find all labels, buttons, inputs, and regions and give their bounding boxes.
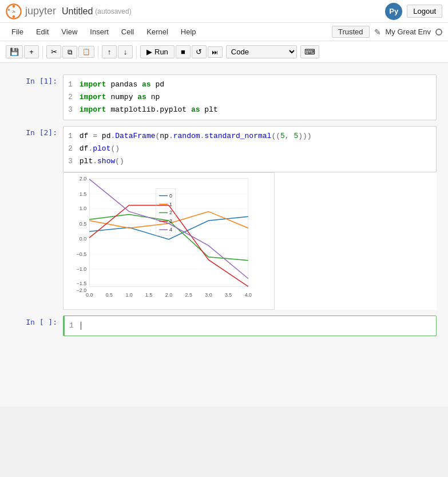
stop-button[interactable]: ■ — [176, 45, 191, 58]
svg-text:4.0: 4.0 — [245, 292, 252, 298]
cell-3-prompt: In [ ]: — [11, 316, 63, 326]
svg-text:1.0: 1.0 — [125, 292, 132, 298]
svg-text:0.0: 0.0 — [86, 292, 93, 298]
cell-2-line-2: 2df.plot() — [68, 143, 431, 155]
svg-text:2: 2 — [169, 210, 172, 215]
cell-type-dropdown[interactable]: Code Markdown Raw NBConvert — [226, 45, 297, 58]
cell-2-input[interactable]: 1df = pd.DataFrame(np.random.standard_no… — [63, 126, 437, 172]
toolbar: 💾 + ✂ ⧉ 📋 ↑ ↓ ▶ Run ■ ↺ ⏭ Code Markdown … — [0, 41, 448, 63]
header: Ju jupyter Untitled (autosaved) Py Logou… — [0, 0, 448, 23]
cell-3: In [ ]: 1 — [11, 316, 437, 336]
svg-point-1 — [13, 5, 15, 7]
cell-1: In [1]: 1import pandas as pd 2import num… — [11, 74, 437, 120]
svg-text:0.0: 0.0 — [80, 236, 86, 242]
svg-text:3.0: 3.0 — [205, 292, 212, 298]
svg-point-3 — [8, 9, 10, 10]
cell-1-line-2: 2import numpy as np — [68, 91, 431, 104]
cell-2-prompt: In [2]: — [11, 126, 63, 137]
menu-cell[interactable]: Cell — [116, 25, 140, 38]
cell-3-input[interactable]: 1 — [63, 316, 437, 336]
run-icon: ▶ — [146, 48, 152, 56]
python-kernel-icon: Py — [385, 3, 402, 20]
kernel-name: My Great Env — [386, 27, 431, 36]
svg-text:3.5: 3.5 — [225, 292, 232, 298]
svg-text:0.5: 0.5 — [80, 221, 86, 227]
text-cursor — [81, 322, 81, 330]
menu-edit[interactable]: Edit — [30, 25, 54, 38]
run-label: Run — [154, 48, 168, 56]
svg-text:2.0: 2.0 — [80, 175, 86, 181]
menu-view[interactable]: View — [55, 25, 83, 38]
restart-button[interactable]: ↺ — [192, 45, 207, 58]
move-down-button[interactable]: ↓ — [118, 45, 133, 58]
restart-run-button[interactable]: ⏭ — [208, 46, 223, 58]
svg-text:2.5: 2.5 — [185, 292, 192, 298]
svg-text:0.5: 0.5 — [106, 292, 113, 298]
cell-1-line-1: 1import pandas as pd — [68, 78, 431, 91]
copy-button[interactable]: ⧉ — [62, 46, 77, 58]
svg-text:2.0: 2.0 — [165, 292, 172, 298]
svg-text:−2.0: −2.0 — [77, 287, 87, 293]
menu-file[interactable]: File — [6, 25, 29, 38]
keyboard-shortcuts-button[interactable]: ⌨ — [300, 45, 319, 58]
logo: Ju jupyter — [6, 3, 56, 19]
cell-3-line-1: 1 — [69, 320, 431, 332]
run-button[interactable]: ▶ Run — [140, 45, 175, 58]
matplotlib-chart: 2.0 1.5 1.0 0.5 0.0 −0.5 −1.0 −1.5 −2.0 … — [63, 172, 275, 310]
chart-output: 2.0 1.5 1.0 0.5 0.0 −0.5 −1.0 −1.5 −2.0 … — [63, 172, 437, 310]
trusted-button[interactable]: Trusted — [332, 26, 370, 38]
kernel-status-icon — [435, 29, 442, 36]
paste-button[interactable]: 📋 — [78, 46, 94, 58]
edit-icon[interactable]: ✎ — [374, 27, 381, 37]
cell-1-prompt: In [1]: — [11, 74, 63, 85]
logout-button[interactable]: Logout — [407, 5, 442, 18]
svg-text:0: 0 — [169, 192, 172, 198]
svg-text:−1.0: −1.0 — [77, 266, 87, 271]
header-right: Py Logout — [385, 3, 442, 20]
menubar: File Edit View Insert Cell Kernel Help T… — [0, 23, 448, 41]
notebook-area: In [1]: 1import pandas as pd 2import num… — [0, 63, 448, 407]
cell-1-line-3: 3import matplotlib.pyplot as plt — [68, 104, 431, 116]
menu-kernel[interactable]: Kernel — [141, 25, 174, 38]
jupyter-logo-icon: Ju — [6, 3, 22, 19]
cell-2: In [2]: 1df = pd.DataFrame(np.random.sta… — [11, 126, 437, 172]
notebook-title[interactable]: Untitled — [62, 6, 93, 17]
svg-text:1: 1 — [169, 201, 172, 207]
menu-help[interactable]: Help — [175, 25, 202, 38]
svg-text:−0.5: −0.5 — [77, 251, 87, 257]
svg-point-2 — [13, 15, 15, 17]
svg-text:3: 3 — [169, 218, 172, 224]
svg-text:1.5: 1.5 — [145, 292, 152, 298]
separator3 — [136, 46, 137, 58]
menu-insert[interactable]: Insert — [84, 25, 114, 38]
jupyter-logo-text: jupyter — [25, 5, 56, 17]
cell-2-line-1: 1df = pd.DataFrame(np.random.standard_no… — [68, 130, 431, 143]
cut-button[interactable]: ✂ — [46, 45, 61, 58]
save-button[interactable]: 💾 — [6, 45, 23, 58]
move-up-button[interactable]: ↑ — [102, 45, 117, 58]
add-cell-button[interactable]: + — [24, 45, 39, 58]
separator1 — [42, 46, 43, 58]
svg-text:Ju: Ju — [12, 9, 15, 13]
svg-text:4: 4 — [169, 227, 172, 232]
cell-2-line-3: 3plt.show() — [68, 155, 431, 168]
autosaved-label: (autosaved) — [95, 7, 131, 15]
separator2 — [98, 46, 98, 58]
svg-text:1.0: 1.0 — [80, 206, 86, 211]
svg-text:−1.5: −1.5 — [77, 281, 87, 286]
svg-text:1.5: 1.5 — [80, 191, 86, 196]
cell-1-input[interactable]: 1import pandas as pd 2import numpy as np… — [63, 74, 437, 120]
